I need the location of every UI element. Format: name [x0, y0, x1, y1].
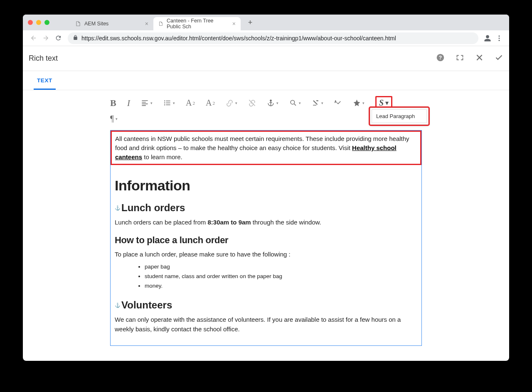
paragraph-volunteers: We can only operate with the assistance … — [115, 315, 417, 334]
close-window-icon[interactable] — [28, 20, 33, 25]
svg-point-1 — [499, 37, 500, 39]
rte-title: Rich text — [29, 54, 58, 63]
lead-paragraph-selection[interactable]: All canteens in NSW public schools must … — [111, 131, 421, 165]
list-requirements: paper bag student name, class and order … — [115, 262, 417, 291]
styles-option-lead-paragraph[interactable]: Lead Paragraph — [372, 109, 427, 123]
page-icon — [158, 21, 163, 27]
anchor-icon: ⚓ — [115, 303, 121, 308]
svg-text:?: ? — [439, 54, 442, 60]
maximize-window-icon[interactable] — [44, 20, 49, 25]
svg-point-7 — [164, 104, 165, 105]
list-item: paper bag — [145, 262, 417, 272]
fullscreen-icon[interactable] — [456, 53, 464, 64]
svg-point-8 — [291, 100, 295, 104]
forward-button[interactable] — [39, 32, 52, 44]
lock-icon — [73, 35, 78, 42]
clear-format-button[interactable]: ▾ — [312, 99, 323, 107]
spellcheck-button[interactable] — [334, 99, 342, 107]
tab-title: Canteen - Fern Tree Public Sch — [167, 18, 229, 30]
page-icon — [75, 21, 81, 27]
heading-text: Lunch orders — [121, 202, 185, 214]
align-button[interactable]: ▾ — [141, 99, 153, 107]
rte-toolbar: B I ▾ ▾ A2 A2 ▾ ▾ ▾ ▾ ▾ S▾ ¶▾ Lead Parag… — [23, 90, 509, 128]
link-button[interactable]: ▾ — [226, 99, 237, 107]
svg-point-0 — [499, 35, 500, 37]
help-icon[interactable]: ? — [436, 53, 445, 64]
close-icon[interactable] — [475, 53, 484, 64]
list-item: money. — [145, 281, 417, 291]
rte-header: Rich text ? — [23, 46, 509, 71]
done-icon[interactable] — [495, 53, 503, 64]
text: Lunch orders can be placed from — [115, 219, 207, 226]
reload-button[interactable] — [52, 32, 64, 44]
url-text: https://edit.sws.schools.nsw.gov.au/edit… — [81, 35, 396, 42]
address-bar: https://edit.sws.schools.nsw.gov.au/edit… — [23, 30, 509, 46]
bold-button[interactable]: B — [110, 98, 116, 108]
unlink-button[interactable] — [248, 99, 256, 107]
heading-information: Information — [115, 178, 417, 194]
heading-text: Volunteers — [121, 299, 172, 311]
paragraph-lunch: Lunch orders can be placed from 8:30am t… — [115, 218, 417, 227]
text: through the side window. — [251, 219, 321, 226]
find-button[interactable]: ▾ — [289, 99, 301, 107]
list-item: student name, class and order written on… — [145, 272, 417, 281]
paragraph-format-button[interactable]: ¶▾ — [110, 114, 118, 123]
text-bold: 8:30am to 9am — [207, 219, 251, 226]
back-button[interactable] — [27, 32, 39, 44]
superscript-button[interactable]: A2 — [206, 98, 215, 108]
profile-icon[interactable] — [482, 35, 493, 42]
anchor-button[interactable]: ▾ — [267, 99, 278, 107]
list-button[interactable]: ▾ — [163, 99, 175, 107]
content-body: Information ⚓Lunch orders Lunch orders c… — [111, 165, 421, 345]
url-field[interactable]: https://edit.sws.schools.nsw.gov.au/edit… — [68, 32, 478, 44]
favorite-button[interactable]: ▾ — [353, 99, 365, 107]
minimize-window-icon[interactable] — [36, 20, 41, 25]
rte-tabs: TEXT — [23, 71, 509, 90]
new-tab-button[interactable]: + — [244, 18, 256, 27]
browser-tab-canteen[interactable]: Canteen - Fern Tree Public Sch × — [153, 17, 241, 30]
browser-window: AEM Sites × Canteen - Fern Tree Public S… — [23, 15, 509, 361]
anchor-icon: ⚓ — [115, 205, 121, 211]
kebab-menu-icon[interactable] — [493, 35, 505, 42]
tab-strip: AEM Sites × Canteen - Fern Tree Public S… — [23, 15, 509, 30]
heading-lunch-orders: ⚓Lunch orders — [115, 202, 417, 214]
styles-icon: S — [379, 98, 384, 108]
heading-volunteers: ⚓Volunteers — [115, 299, 417, 311]
rte-editor[interactable]: All canteens in NSW public schools must … — [110, 130, 422, 346]
browser-tab-aem-sites[interactable]: AEM Sites × — [70, 17, 153, 30]
window-controls — [28, 15, 70, 30]
heading-how-to: How to place a lunch order — [115, 235, 417, 246]
close-tab-icon[interactable]: × — [145, 21, 148, 27]
lead-text-after: to learn more. — [142, 153, 182, 160]
svg-point-6 — [164, 102, 165, 103]
subscript-button[interactable]: A2 — [186, 98, 195, 108]
close-tab-icon[interactable]: × — [232, 21, 236, 27]
paragraph-howto: To place a lunch order, please make sure… — [115, 250, 417, 259]
italic-button[interactable]: I — [127, 98, 130, 108]
svg-point-2 — [499, 39, 500, 41]
tab-title: AEM Sites — [84, 21, 108, 27]
tab-text[interactable]: TEXT — [34, 77, 56, 90]
styles-dropdown: Lead Paragraph — [370, 108, 429, 125]
svg-point-5 — [164, 101, 165, 101]
